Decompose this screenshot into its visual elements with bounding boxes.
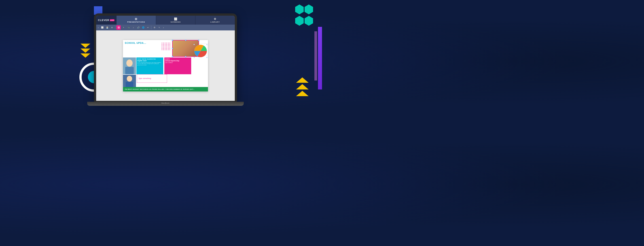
svg-rect-11: [125, 67, 134, 74]
toolbar-replay-btn[interactable]: ↩: [146, 25, 150, 30]
laptop-base: MacBook: [87, 102, 244, 106]
screens-icon: ⬜: [174, 18, 178, 20]
slide-canvas: SCHOOL UPDA...: [96, 30, 235, 101]
laptop-container: CLEVER LIVE ⊟ PRESENTATIONS ⬜ SCREENS ⚙ …: [94, 14, 237, 110]
slide-header: SCHOOL UPDA...: [125, 42, 146, 44]
svg-rect-5: [194, 44, 194, 45]
toolbar-share-btn[interactable]: ⊕: [110, 25, 114, 30]
presentations-label: PRESENTATIONS: [127, 21, 145, 23]
slide-ticker: PM MEETS BUDGET WATCHDOG AS POUND RALLIE…: [123, 87, 208, 92]
svg-rect-14: [126, 82, 133, 87]
slide-events: EVENTS Annual Sports Day Date: 10/06/23: [164, 58, 191, 74]
slide-celebrating: TODAY WE'RE CELEBRATING Sophie June For …: [136, 58, 163, 74]
slide-dots-pattern: [162, 43, 170, 50]
svg-point-10: [126, 60, 132, 67]
slide-photo-left: [123, 58, 136, 74]
logo-text: CLEVER: [98, 19, 109, 22]
svg-rect-7: [194, 57, 194, 58]
slide-photo-bottom: [123, 75, 136, 87]
type-something-text: Type something: [138, 78, 151, 80]
celebrating-name: Sophie June: [136, 60, 163, 62]
toolbar: ‹ ⬜ 💾 ⊕ 🖼 + 📹 ♪ 🔊 🌐 ↩ ⚙ ↖ ›: [96, 24, 235, 30]
toolbar-sep-2: [151, 26, 152, 29]
library-icon: ⚙: [214, 18, 216, 20]
toolbar-save-btn[interactable]: 💾: [105, 25, 109, 30]
screens-label: SCREENS: [170, 21, 181, 23]
sel-handle-tl: [172, 40, 173, 41]
slide-pie-chart: [194, 44, 208, 59]
deco-purple-bar-2: [314, 31, 317, 80]
nav-tab-library[interactable]: ⚙ LIBRARY: [195, 16, 235, 24]
laptop-brand: MacBook: [162, 102, 170, 104]
nav-tabs: ⊟ PRESENTATIONS ⬜ SCREENS ⚙ LIBRARY: [116, 16, 235, 24]
nav-tab-presentations[interactable]: ⊟ PRESENTATIONS: [116, 16, 156, 24]
deco-purple-bar-1: [318, 27, 322, 90]
sel-handle-bm: [185, 56, 186, 57]
sel-handle-tr: [198, 40, 199, 41]
laptop-screen-outer: CLEVER LIVE ⊟ PRESENTATIONS ⬜ SCREENS ⚙ …: [94, 14, 237, 102]
sel-handle-lm: [172, 48, 173, 49]
laptop-screen-inner: CLEVER LIVE ⊟ PRESENTATIONS ⬜ SCREENS ⚙ …: [96, 16, 235, 101]
toolbar-forward-btn[interactable]: ›: [162, 26, 164, 29]
toolbar-settings-btn[interactable]: ⚙: [152, 25, 157, 30]
toolbar-cursor-btn[interactable]: ↖: [157, 25, 162, 30]
svg-rect-8: [206, 57, 208, 58]
slide: SCHOOL UPDA...: [123, 40, 208, 92]
toolbar-frame-btn[interactable]: ⬜: [100, 25, 104, 30]
svg-rect-6: [206, 44, 208, 45]
app-header: CLEVER LIVE ⊟ PRESENTATIONS ⬜ SCREENS ⚙ …: [96, 16, 235, 24]
celebrating-text: For her outstanding achievements in the …: [136, 62, 163, 66]
logo-live-badge: LIVE: [110, 19, 114, 21]
toolbar-add-btn[interactable]: +: [121, 25, 126, 30]
sel-handle-bl: [172, 56, 173, 57]
library-label: LIBRARY: [210, 21, 220, 23]
deco-hexagons: [295, 4, 313, 26]
toolbar-image-btn[interactable]: 🖼: [116, 25, 121, 30]
svg-point-13: [127, 76, 132, 82]
toolbar-volume-btn[interactable]: 🔊: [136, 25, 140, 30]
deco-triangles-right: [296, 78, 308, 96]
toolbar-globe-btn[interactable]: 🌐: [141, 25, 145, 30]
deco-triangles-left: [80, 44, 90, 58]
app-logo: CLEVER LIVE: [96, 16, 116, 24]
ticker-text: PM MEETS BUDGET WATCHDOG AS POUND RALLIE…: [123, 88, 195, 90]
sel-handle-tm: [185, 40, 186, 41]
events-label: EVENTS: [164, 58, 191, 60]
toolbar-sep-1: [115, 26, 116, 29]
celebrating-label: TODAY WE'RE CELEBRATING: [136, 58, 163, 60]
toolbar-music-btn[interactable]: ♪: [131, 25, 136, 30]
presentations-icon: ⊟: [135, 18, 137, 20]
toolbar-video-btn[interactable]: 📹: [126, 25, 130, 30]
toolbar-back-btn[interactable]: ‹: [97, 26, 100, 29]
events-title: Annual Sports Day: [164, 60, 191, 62]
events-date: Date: 10/06/23: [164, 62, 191, 64]
slide-type-something[interactable]: Type something: [137, 74, 167, 83]
nav-tab-screens[interactable]: ⬜ SCREENS: [156, 16, 196, 24]
